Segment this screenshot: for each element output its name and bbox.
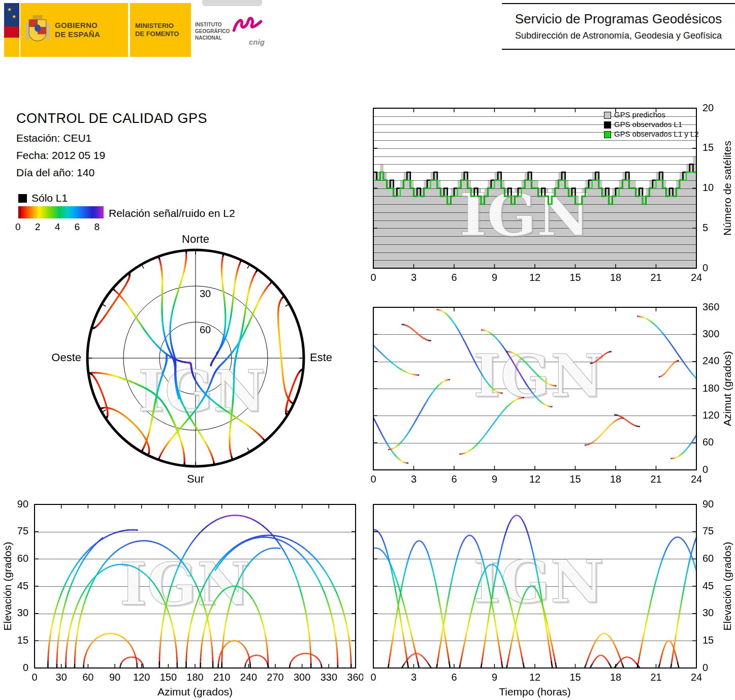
snr-colorbar <box>18 206 104 218</box>
page-title: CONTROL DE CALIDAD GPS <box>16 111 207 126</box>
ign-text: INSTITUTO GEOGRÁFICO NACIONAL <box>195 21 230 41</box>
ign-line3: NACIONAL <box>195 35 230 41</box>
ign-line1: INSTITUTO <box>195 21 230 28</box>
day-of-year-label: Día del año: 140 <box>16 167 94 179</box>
logo-ministerio-fomento: MINISTERIO DE FOMENTO <box>129 3 191 57</box>
flag-red-band <box>4 26 19 38</box>
ministerio-line2: DE FOMENTO <box>135 30 191 38</box>
page: ★ ★ GOBIERNO DE ESPAÑA MINISTERIO DE FOM… <box>0 0 735 700</box>
ministerio-line1: MINISTERIO <box>135 22 191 30</box>
service-subtitle: Subdirección de Astronomía, Geodesia y G… <box>502 30 735 41</box>
gobierno-text: GOBIERNO DE ESPAÑA <box>55 21 100 39</box>
logo-ign-cnig: INSTITUTO GEOGRÁFICO NACIONAL cnig <box>192 0 275 61</box>
skyplot-canvas <box>51 226 345 503</box>
l1-only-swatch <box>18 194 27 203</box>
station-label: Estación: CEU1 <box>16 132 91 144</box>
ign-line2: GEOGRÁFICO <box>195 28 230 35</box>
spain-eu-flag-icon: ★ ★ <box>4 3 19 57</box>
ign-logo-band <box>202 0 262 6</box>
header-rule-bottom <box>502 49 735 50</box>
cnig-squiggle-icon <box>232 15 263 36</box>
flag-yellow-band <box>4 38 19 57</box>
cnig-logo: cnig <box>232 15 274 38</box>
satellite-count-chart-canvas <box>356 99 735 290</box>
elevation-time-chart-canvas <box>356 495 735 700</box>
elevation-azimuth-chart-canvas <box>0 495 363 700</box>
l1-only-legend: Sólo L1 <box>18 192 68 204</box>
logo-gobierno-espana: GOBIERNO DE ESPAÑA <box>20 3 128 57</box>
snr-tick-label: 0 <box>15 221 21 233</box>
spain-coat-of-arms-icon <box>25 15 50 45</box>
snr-colorbar-label: Relación señal/ruido en L2 <box>109 207 235 219</box>
header-rule-top <box>502 3 735 4</box>
date-label: Fecha: 2012 05 19 <box>16 149 105 162</box>
gobierno-line2: DE ESPAÑA <box>55 30 100 39</box>
cnig-wordmark: cnig <box>249 38 265 46</box>
gobierno-line1: GOBIERNO <box>55 21 100 30</box>
snr-tick-label: 2 <box>35 221 41 233</box>
eu-stars-icon: ★ ★ <box>4 3 19 26</box>
service-title: Servicio de Programas Geodésicos <box>502 11 735 27</box>
azimuth-time-chart-canvas <box>356 297 735 495</box>
service-header: Servicio de Programas Geodésicos Subdire… <box>502 3 735 50</box>
l1-only-label: Sólo L1 <box>31 192 68 204</box>
